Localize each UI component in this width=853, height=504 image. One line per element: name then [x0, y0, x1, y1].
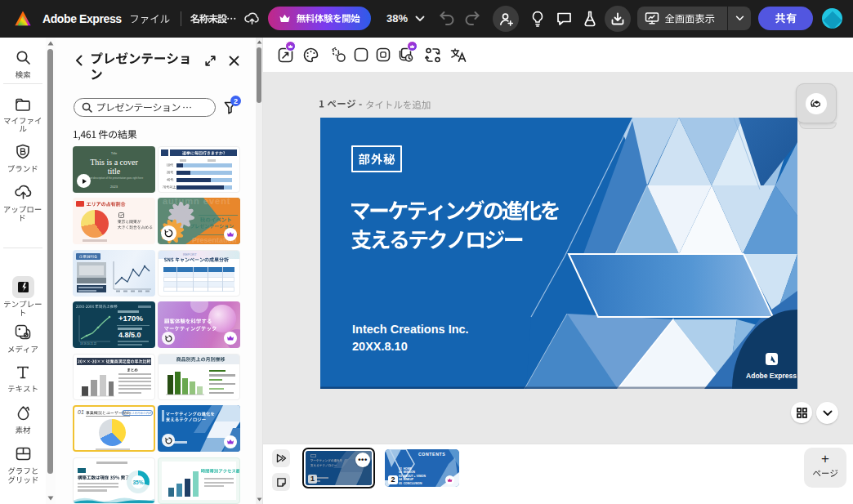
svg-text:35%: 35%: [132, 479, 143, 485]
svg-text:18 19 20 21 22: 18 19 20 21 22: [80, 342, 96, 346]
svg-text:autumn event: autumn event: [163, 198, 231, 206]
svg-text:Adobe Express: Adobe Express: [746, 372, 797, 380]
